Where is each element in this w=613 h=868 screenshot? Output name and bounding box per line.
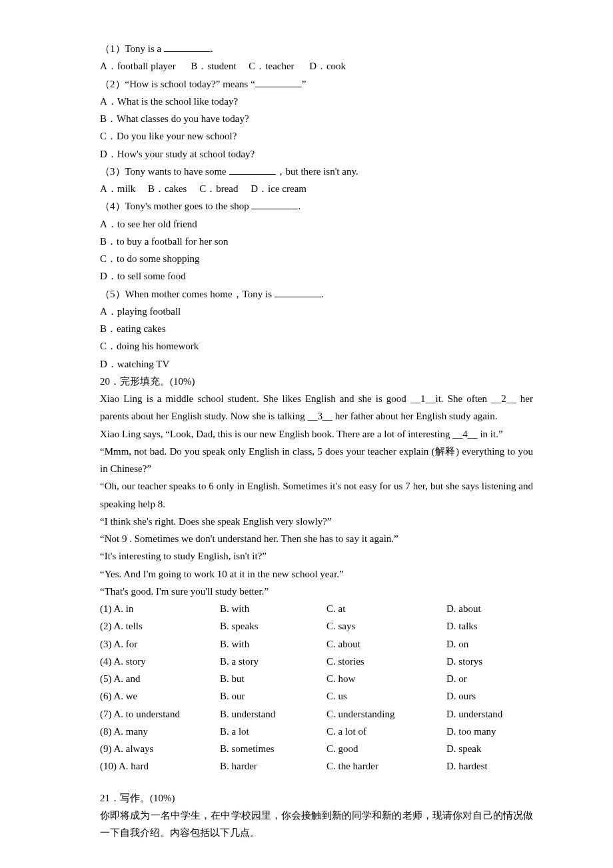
q20-p6: “Not 9 . Sometimes we don't understand h… (100, 530, 533, 547)
q19-2-stem: （2）“How is school today?” means “” (100, 75, 533, 93)
q19-3-options: A．milk B．cakes C．bread D．ice cream (100, 180, 533, 197)
blank (275, 287, 321, 297)
opt-d: D. too many (446, 723, 540, 740)
opt-c: C. stories (326, 653, 446, 670)
q19-1-pre: （1）Tony is a (100, 43, 164, 54)
opt-a: A. to understand (113, 709, 180, 719)
q20-p7: “It's interesting to study English, isn'… (100, 547, 533, 565)
q19-3-post: ，but there isn't any. (276, 166, 358, 177)
opt-d: D. or (446, 670, 540, 687)
opt-d: D．cook (309, 61, 346, 71)
opt-c: C. good (326, 740, 446, 757)
q20-p9: “That's good. I'm sure you'll study bett… (100, 583, 533, 600)
opt-c: C. about (326, 635, 446, 653)
q19-4-opt-b: B．to buy a football for her son (100, 233, 533, 250)
q20-opt-row-3: (3) A. for B. with C. about D. on (100, 635, 533, 653)
opt-d: D. storys (446, 653, 540, 670)
row-label: (4) (100, 656, 112, 667)
opt-a: A. for (113, 639, 137, 649)
q19-3-stem: （3）Tony wants to have some ，but there is… (100, 163, 533, 180)
q20-opt-row-9: (9) A. always B. sometimes C. good D. sp… (100, 740, 533, 757)
opt-a: A. in (113, 603, 133, 614)
q19-1-post: . (211, 43, 213, 54)
opt-c: C. us (326, 687, 446, 705)
opt-a: A. many (113, 726, 148, 737)
opt-a: A. always (113, 743, 153, 754)
opt-d: D. understand (446, 705, 540, 723)
opt-d: D. hardest (446, 757, 540, 775)
opt-c: C. says (326, 617, 446, 635)
q19-4-opt-a: A．to see her old friend (100, 215, 533, 233)
q20-p3: “Mmm, not bad. Do you speak only English… (100, 443, 533, 478)
q19-5-post: . (321, 289, 324, 299)
q20-p2: Xiao Ling says, “Look, Dad, this is our … (100, 425, 533, 443)
exam-page: （1）Tony is a . A．football player B．stude… (0, 0, 613, 868)
q19-5-pre: （5）When mother comes home，Tony is (100, 289, 275, 299)
q20-opt-row-5: (5) A. and B. but C. how D. or (100, 670, 533, 687)
q20-opt-row-7: (7) A. to understand B. understand C. un… (100, 705, 533, 723)
q20-p4: “Oh, our teacher speaks to 6 only in Eng… (100, 477, 533, 513)
q19-4-opt-c: C．to do some shopping (100, 250, 533, 267)
q19-4-pre: （4）Tony's mother goes to the shop (100, 201, 251, 211)
row-label: (9) (100, 743, 112, 754)
opt-b: B. understand (220, 705, 326, 723)
opt-c: C. understanding (326, 705, 446, 723)
opt-a: A．football player (100, 61, 176, 71)
q19-3-pre: （3）Tony wants to have some (100, 166, 229, 177)
opt-a: A. story (113, 656, 145, 667)
q19-2-opt-a: A．What is the school like today? (100, 93, 533, 110)
opt-b: B．student (191, 61, 236, 71)
row-label: (2) (100, 621, 112, 631)
row-label: (3) (100, 639, 112, 649)
opt-d: D. talks (446, 617, 540, 635)
opt-d: D. ours (446, 687, 540, 705)
opt-d: D．ice cream (251, 183, 306, 194)
q20-opt-row-4: (4) A. story B. a story C. stories D. st… (100, 653, 533, 670)
opt-c: C. at (326, 600, 446, 617)
opt-b: B. harder (220, 757, 326, 775)
opt-b: B. our (220, 687, 326, 705)
opt-a: A. we (113, 691, 137, 701)
opt-c: C. how (326, 670, 446, 687)
opt-c: C. a lot of (326, 723, 446, 740)
q19-5-opt-a: A．playing football (100, 303, 533, 320)
row-label: (6) (100, 691, 112, 701)
row-label: (5) (100, 673, 112, 684)
blank (229, 164, 276, 175)
q19-2-pre: （2）“How is school today?” means “ (100, 79, 255, 89)
opt-d: D. on (446, 635, 540, 653)
q19-5-stem: （5）When mother comes home，Tony is . (100, 285, 533, 303)
q19-2-opt-d: D．How's your study at school today? (100, 145, 533, 163)
q19-2-post: ” (302, 79, 306, 89)
q19-5-opt-d: D．watching TV (100, 355, 533, 373)
opt-b: B. a story (220, 653, 326, 670)
opt-c: C．bread (199, 183, 238, 194)
q20-opt-row-2: (2) A. tells B. speaks C. says D. talks (100, 617, 533, 635)
q19-1-stem: （1）Tony is a . (100, 40, 533, 57)
q19-2-opt-b: B．What classes do you have today? (100, 110, 533, 127)
q19-1-options: A．football player B．student C．teacher D．… (100, 57, 533, 75)
opt-c: C．teacher (249, 61, 294, 71)
blank (251, 199, 298, 209)
q20-opt-row-8: (8) A. many B. a lot C. a lot of D. too … (100, 723, 533, 740)
q19-4-opt-d: D．to sell some food (100, 267, 533, 285)
opt-b: B. a lot (220, 723, 326, 740)
q20-p1: Xiao Ling is a middle school student. Sh… (100, 390, 533, 425)
gap (100, 775, 533, 789)
opt-b: B. with (220, 600, 326, 617)
opt-d: D. speak (446, 740, 540, 757)
q20-opt-row-6: (6) A. we B. our C. us D. ours (100, 687, 533, 705)
q21-prompt: 你即将成为一名中学生，在中学校园里，你会接触到新的同学和新的老师，现请你对自己的… (100, 807, 533, 842)
row-label: (7) (100, 709, 112, 719)
blank (164, 41, 211, 52)
row-label: (1) (100, 603, 112, 614)
opt-a: A．milk (100, 183, 135, 194)
opt-b: B．cakes (148, 183, 187, 194)
q19-5-opt-b: B．eating cakes (100, 320, 533, 337)
opt-b: B. with (220, 635, 326, 653)
row-label: (10) (100, 761, 117, 771)
opt-c: C. the harder (326, 757, 446, 775)
row-label: (8) (100, 726, 112, 737)
opt-a: A. tells (113, 621, 142, 631)
q19-4-stem: （4）Tony's mother goes to the shop . (100, 197, 533, 215)
